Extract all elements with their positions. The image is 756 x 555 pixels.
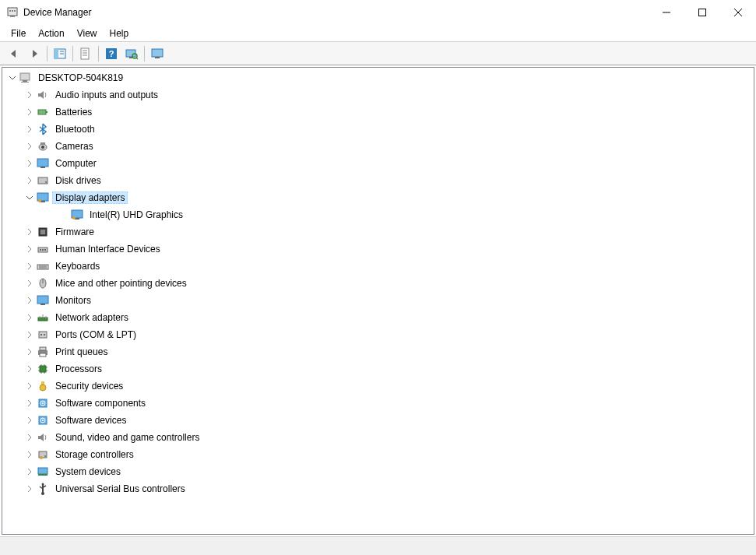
minimize-button[interactable] — [649, 0, 684, 25]
firmware-icon — [37, 226, 49, 238]
maximize-button[interactable] — [684, 0, 720, 25]
svg-point-84 — [44, 455, 46, 457]
svg-rect-87 — [38, 474, 47, 476]
collapse-icon[interactable] — [7, 72, 18, 83]
monitor-icon — [37, 294, 49, 307]
tree-item[interactable]: Network adapters — [2, 309, 754, 326]
expand-icon[interactable] — [24, 449, 35, 460]
tree-item[interactable]: Cameras — [2, 138, 754, 155]
tree-item[interactable]: DESKTOP-504K819 — [2, 69, 754, 86]
svg-point-62 — [44, 334, 45, 335]
tree-item[interactable]: Intel(R) UHD Graphics — [2, 206, 754, 223]
expand-icon[interactable] — [24, 432, 35, 443]
scan-hardware-button[interactable] — [122, 44, 141, 63]
tree-item[interactable]: Computer — [2, 155, 754, 172]
expand-icon[interactable] — [24, 278, 35, 289]
svg-rect-48 — [44, 249, 46, 251]
tree-item-label: Software devices — [52, 415, 129, 426]
tree-item[interactable]: Display adapters — [2, 189, 754, 206]
tree-item[interactable]: Security devices — [2, 378, 754, 395]
svg-rect-55 — [40, 304, 45, 305]
expand-icon[interactable] — [24, 90, 35, 100]
monitor-devices-button[interactable] — [148, 44, 167, 63]
network-icon — [37, 311, 49, 324]
tree-item[interactable]: Human Interface Devices — [2, 241, 754, 258]
arrow-left-icon — [8, 47, 20, 60]
svg-rect-60 — [39, 332, 47, 338]
svg-rect-65 — [40, 353, 46, 357]
svg-rect-26 — [23, 80, 27, 82]
expand-icon[interactable] — [24, 295, 35, 306]
tree-item-label: Storage controllers — [52, 449, 137, 460]
expand-icon[interactable] — [24, 466, 35, 477]
svg-point-79 — [42, 402, 44, 404]
expand-icon[interactable] — [24, 175, 35, 186]
svg-point-42 — [72, 216, 76, 220]
tree-item[interactable]: Print queues — [2, 343, 754, 360]
tree-item-label: Ports (COM & LPT) — [52, 329, 139, 340]
tree-item[interactable]: System devices — [2, 463, 754, 480]
tree-item[interactable]: Keyboards — [2, 258, 754, 275]
disk-icon — [37, 174, 49, 187]
menu-help[interactable]: Help — [104, 26, 135, 40]
display-icon — [37, 191, 49, 204]
system-icon — [37, 465, 49, 478]
tree-item[interactable]: Mice and other pointing devices — [2, 275, 754, 292]
tree-item-label: Human Interface Devices — [52, 244, 164, 255]
expand-icon[interactable] — [24, 346, 35, 357]
expand-icon[interactable] — [24, 312, 35, 323]
close-button[interactable] — [720, 0, 756, 25]
svg-point-82 — [42, 420, 44, 421]
svg-rect-64 — [40, 347, 46, 350]
tree-item[interactable]: Software devices — [2, 412, 754, 429]
tree-item[interactable]: Batteries — [2, 104, 754, 121]
svg-point-39 — [38, 199, 41, 202]
tree-item[interactable]: Universal Serial Bus controllers — [2, 480, 754, 497]
menu-bar: File Action View Help — [0, 25, 756, 42]
tree-item[interactable]: Audio inputs and outputs — [2, 86, 754, 104]
expand-icon[interactable] — [24, 329, 35, 340]
tree-item[interactable]: Storage controllers — [2, 446, 754, 463]
svg-point-89 — [42, 483, 44, 486]
scan-icon — [125, 47, 138, 60]
expand-icon[interactable] — [24, 227, 35, 237]
expand-icon[interactable] — [24, 124, 35, 135]
forward-button[interactable] — [25, 44, 44, 63]
expand-icon[interactable] — [24, 364, 35, 374]
tree-item[interactable]: Sound, video and game controllers — [2, 429, 754, 446]
expand-icon[interactable] — [24, 398, 35, 409]
help-button[interactable]: ? — [102, 44, 121, 63]
svg-rect-54 — [37, 296, 48, 304]
expand-icon[interactable] — [24, 141, 35, 152]
tree-item[interactable]: Firmware — [2, 223, 754, 241]
svg-point-36 — [45, 181, 47, 183]
expand-icon[interactable] — [24, 244, 35, 255]
tree-item[interactable]: Ports (COM & LPT) — [2, 326, 754, 343]
expand-icon[interactable] — [24, 107, 35, 118]
svg-rect-29 — [46, 111, 47, 113]
collapse-icon[interactable] — [24, 192, 35, 203]
menu-view[interactable]: View — [71, 26, 104, 40]
show-hide-tree-button[interactable] — [51, 44, 69, 63]
tree-item-label: Network adapters — [52, 312, 132, 323]
tree-item[interactable]: Processors — [2, 360, 754, 378]
tree-item-label: Display adapters — [52, 191, 128, 204]
tree-item-label: Monitors — [52, 295, 94, 306]
tree-item[interactable]: Bluetooth — [2, 121, 754, 138]
expand-icon[interactable] — [24, 483, 35, 494]
expand-icon[interactable] — [24, 381, 35, 392]
tree-item-label: Sound, video and game controllers — [52, 432, 202, 443]
expand-icon[interactable] — [24, 158, 35, 169]
menu-action[interactable]: Action — [32, 26, 70, 40]
device-tree-panel[interactable]: DESKTOP-504K819Audio inputs and outputsB… — [2, 67, 754, 535]
expand-icon[interactable] — [24, 261, 35, 272]
tree-item[interactable]: Software components — [2, 395, 754, 412]
tree-item[interactable]: Monitors — [2, 292, 754, 309]
toolbar: ? — [0, 42, 756, 65]
menu-file[interactable]: File — [5, 26, 32, 40]
back-button[interactable] — [5, 44, 23, 63]
properties-button[interactable] — [76, 44, 95, 63]
properties-icon — [79, 47, 92, 60]
tree-item[interactable]: Disk drives — [2, 172, 754, 189]
expand-icon[interactable] — [24, 415, 35, 426]
